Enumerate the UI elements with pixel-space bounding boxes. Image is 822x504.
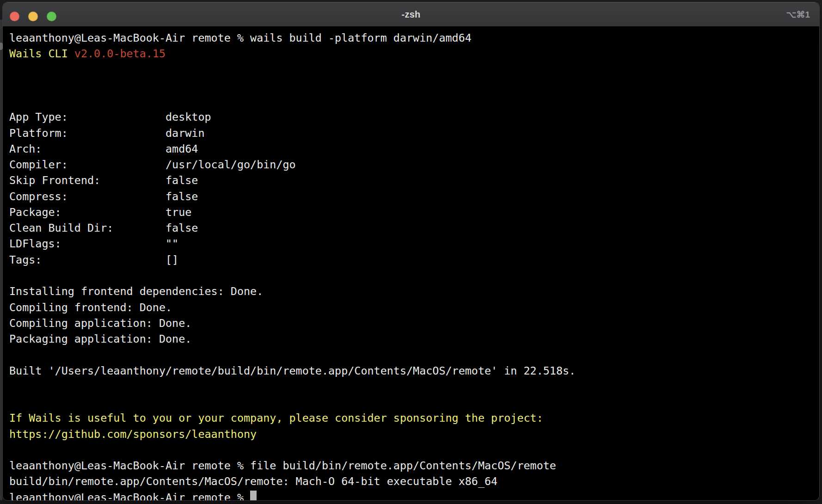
terminal-text: If Wails is useful to you or your compan… — [9, 412, 543, 424]
terminal-line — [9, 268, 819, 283]
terminal-line: LDFlags: "" — [9, 236, 819, 252]
terminal-line: Compiler: /usr/local/go/bin/go — [9, 157, 819, 172]
sponsor-link[interactable]: https://github.com/sponsors/leaanthony — [9, 428, 257, 441]
terminal-text: leaanthony@Leas-MacBook-Air remote % fil… — [9, 459, 556, 472]
background-window-edge — [0, 19, 2, 500]
minimize-button[interactable] — [28, 12, 38, 21]
terminal-line: Clean Build Dir: false — [9, 220, 819, 236]
close-button[interactable] — [10, 12, 19, 21]
terminal-line: Compress: false — [9, 189, 819, 204]
terminal-line: Compiling frontend: Done. — [9, 300, 819, 315]
terminal-line: https://github.com/sponsors/leaanthony — [9, 426, 819, 442]
terminal-text: Package: true — [9, 206, 191, 219]
terminal-line: Wails CLI v2.0.0-beta.15 — [9, 46, 819, 61]
terminal-cursor — [250, 491, 257, 500]
terminal-text: Compiling frontend: Done. — [9, 301, 172, 314]
terminal-line: Installing frontend dependencies: Done. — [9, 283, 819, 299]
terminal-line: App Type: desktop — [9, 109, 819, 125]
terminal-text: Compiling application: Done. — [9, 317, 191, 330]
terminal-window: -zsh ⌥⌘1 leaanthony@Leas-MacBook-Air rem… — [3, 2, 819, 500]
terminal-text: v2.0.0-beta.15 — [74, 47, 166, 60]
terminal-line — [9, 394, 819, 410]
terminal-text: Tags: [] — [9, 253, 178, 266]
terminal-line: Packaging application: Done. — [9, 331, 819, 347]
terminal-line: Platform: darwin — [9, 125, 819, 141]
desktop: -zsh ⌥⌘1 leaanthony@Leas-MacBook-Air rem… — [0, 0, 822, 504]
terminal-text: Platform: darwin — [9, 127, 204, 140]
terminal-text: leaanthony@Leas-MacBook-Air remote % wai… — [9, 31, 472, 44]
terminal-text: Wails CLI — [9, 47, 74, 60]
terminal-line — [9, 93, 819, 109]
terminal-line: Arch: amd64 — [9, 141, 819, 157]
terminal-text: leaanthony@Leas-MacBook-Air remote % — [9, 491, 250, 500]
terminal-line: Tags: [] — [9, 252, 819, 268]
terminal-line: Compiling application: Done. — [9, 315, 819, 331]
terminal-text: Clean Build Dir: false — [9, 221, 198, 234]
terminal-line — [9, 347, 819, 363]
terminal-text: Arch: amd64 — [9, 142, 198, 155]
title-bar[interactable]: -zsh ⌥⌘1 — [3, 2, 819, 26]
terminal-line: leaanthony@Leas-MacBook-Air remote % fil… — [9, 458, 819, 473]
terminal-text: Built '/Users/leaanthony/remote/build/bi… — [9, 364, 576, 377]
terminal-text: Skip Frontend: false — [9, 174, 198, 187]
terminal-line: If Wails is useful to you or your compan… — [9, 410, 819, 426]
terminal-text: build/bin/remote.app/Contents/MacOS/remo… — [9, 475, 497, 488]
terminal-text: LDFlags: "" — [9, 237, 178, 250]
terminal-line: leaanthony@Leas-MacBook-Air remote % — [9, 490, 819, 500]
terminal-text: Packaging application: Done. — [9, 332, 191, 345]
window-title: -zsh — [3, 2, 819, 26]
terminal-output[interactable]: leaanthony@Leas-MacBook-Air remote % wai… — [3, 26, 819, 500]
terminal-text: Installing frontend dependencies: Done. — [9, 285, 263, 298]
window-shortcut-badge: ⌥⌘1 — [786, 2, 810, 26]
terminal-text: Compiler: /usr/local/go/bin/go — [9, 158, 296, 171]
terminal-line: leaanthony@Leas-MacBook-Air remote % wai… — [9, 30, 819, 46]
terminal-text: App Type: desktop — [9, 111, 211, 123]
terminal-line — [9, 78, 819, 93]
terminal-line: Built '/Users/leaanthony/remote/build/bi… — [9, 363, 819, 379]
terminal-line — [9, 442, 819, 458]
terminal-text: Compress: false — [9, 190, 198, 203]
traffic-lights — [10, 12, 56, 21]
zoom-button[interactable] — [47, 12, 56, 21]
terminal-line: Skip Frontend: false — [9, 172, 819, 188]
terminal-line: Package: true — [9, 204, 819, 220]
terminal-line: build/bin/remote.app/Contents/MacOS/remo… — [9, 473, 819, 489]
terminal-line — [9, 379, 819, 394]
terminal-line — [9, 62, 819, 78]
